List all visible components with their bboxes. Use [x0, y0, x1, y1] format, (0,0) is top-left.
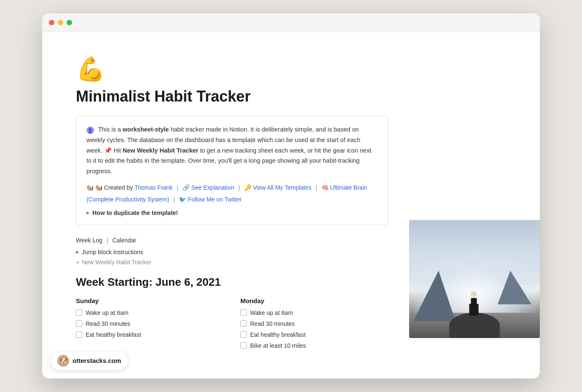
watermark-logo-icon: 🐶: [57, 355, 69, 367]
separator-2: |: [238, 184, 242, 191]
page-title: Minimalist Habit Tracker: [76, 88, 388, 105]
week-log-nav: Week Log | Calendar: [76, 237, 388, 244]
sunday-checkbox-2[interactable]: [76, 320, 82, 327]
jump-instructions-label: Jump block instructions: [82, 249, 143, 255]
separator-4: |: [173, 196, 177, 203]
monday-habit-label-3: Eat healthy breakfast: [250, 331, 306, 338]
traffic-lights: [49, 20, 72, 25]
new-tracker-row[interactable]: + New Weekly Habit Tracker: [76, 259, 388, 266]
sunday-habit-label-1: Wake up at 6am: [86, 309, 128, 316]
title-bar: [42, 13, 540, 32]
sunday-column: Sunday Wake up at 6am Read 30 minutes Ea…: [76, 297, 224, 353]
follow-twitter-link[interactable]: Follow Me on Twitter: [188, 196, 242, 203]
new-tracker-label: New Weekly Habit Tracker: [82, 259, 151, 266]
monday-checkbox-1[interactable]: [240, 309, 247, 316]
figure-body: [471, 298, 477, 315]
monday-checkbox-2[interactable]: [240, 320, 247, 327]
monday-habit-4: Bike at least 10 miles: [240, 342, 388, 349]
watermark-url: otterstacks.com: [73, 357, 121, 364]
week-log-tab[interactable]: Week Log: [76, 237, 102, 244]
mountain-left: [413, 271, 455, 321]
view-templates-icon: 🔑: [244, 184, 251, 191]
monday-habit-label-4: Bike at least 10 miles: [250, 342, 306, 349]
painting-inner: [409, 220, 540, 338]
follow-icon: 🐦: [179, 196, 186, 203]
info-block-text: 👤 This is a worksheet-style habit tracke…: [86, 124, 377, 176]
see-explanation-link[interactable]: See Explanation: [191, 184, 234, 191]
separator-1: |: [177, 184, 180, 191]
how-to-duplicate-label: How to duplicate the template!: [92, 209, 178, 216]
figure-head: [471, 291, 477, 297]
monday-habit-label-2: Read 30 minutes: [250, 320, 295, 327]
sunday-habit-3: Eat healthy breakfast: [76, 331, 224, 338]
sunday-heading: Sunday: [76, 297, 224, 304]
separator-3: |: [315, 184, 319, 191]
sunday-habit-1: Wake up at 6am: [76, 309, 224, 316]
monday-habit-2: Read 30 minutes: [240, 320, 388, 327]
monday-habit-1: Wake up at 6am: [240, 309, 388, 316]
toggle-arrow-icon: ▶: [86, 210, 90, 215]
author-avatar: 👤: [86, 126, 94, 134]
monday-checkbox-3[interactable]: [240, 331, 247, 338]
monday-column: Monday Wake up at 6am Read 30 minutes Ea…: [240, 297, 388, 353]
see-explanation-icon: 🔗: [183, 184, 190, 191]
jump-instructions-row[interactable]: ▶ Jump block instructions: [76, 249, 388, 255]
wanderer-figure: [471, 291, 477, 315]
view-templates-link[interactable]: View All My Templates: [253, 184, 312, 191]
how-to-duplicate-toggle[interactable]: ▶ How to duplicate the template!: [86, 209, 377, 216]
sunday-habit-label-2: Read 30 minutes: [86, 320, 130, 327]
created-by-icon: 🐿️: [86, 184, 94, 191]
mountain-right: [498, 271, 531, 304]
add-icon: +: [76, 259, 79, 266]
day-columns: Sunday Wake up at 6am Read 30 minutes Ea…: [76, 297, 388, 353]
created-by-label: 🐿️ Created by: [95, 184, 133, 191]
ultimate-brain-icon: 🧠: [321, 184, 329, 191]
monday-habit-label-1: Wake up at 6am: [250, 309, 293, 316]
monday-heading: Monday: [240, 297, 388, 304]
close-button[interactable]: [49, 20, 54, 25]
monday-habit-3: Eat healthy breakfast: [240, 331, 388, 338]
watermark-badge: 🐶 otterstacks.com: [51, 352, 128, 370]
sunday-checkbox-1[interactable]: [76, 309, 82, 316]
jump-toggle-arrow-icon: ▶: [76, 250, 79, 254]
sunday-checkbox-3[interactable]: [76, 331, 82, 338]
minimize-button[interactable]: [58, 20, 63, 25]
rock-base: [449, 313, 500, 338]
page-icon: 💪: [76, 57, 388, 81]
sunday-habit-2: Read 30 minutes: [76, 320, 224, 327]
page-content: 💪 Minimalist Habit Tracker 👤 This is a w…: [42, 32, 422, 378]
monday-checkbox-4[interactable]: [240, 342, 247, 349]
maximize-button[interactable]: [67, 20, 72, 25]
tab-divider: |: [107, 237, 108, 244]
info-links: 🐿️ 🐿️ Created by Thomas Frank | 🔗 See Ex…: [86, 182, 377, 205]
logo-emoji: 🐶: [60, 357, 67, 364]
week-log-section: Week Log | Calendar ▶ Jump block instruc…: [76, 237, 388, 266]
author-link[interactable]: Thomas Frank: [135, 184, 172, 191]
browser-window: 💪 Minimalist Habit Tracker 👤 This is a w…: [42, 13, 540, 378]
info-block: 👤 This is a worksheet-style habit tracke…: [76, 115, 388, 225]
week-heading: Week Starting: June 6, 2021: [76, 276, 388, 289]
calendar-tab[interactable]: Calendar: [112, 237, 136, 244]
painting-image-panel: [409, 220, 540, 338]
sunday-habit-label-3: Eat healthy breakfast: [86, 331, 141, 338]
figure-coat: [469, 304, 479, 316]
